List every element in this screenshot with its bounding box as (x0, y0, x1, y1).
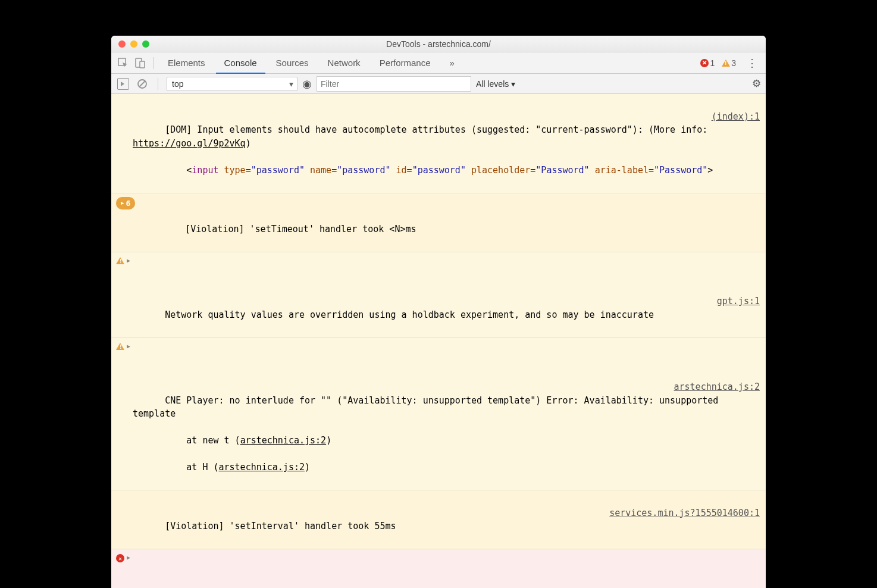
tab-network[interactable]: Network (320, 52, 369, 74)
sidebar-toggle-icon[interactable] (116, 77, 130, 91)
filter-input[interactable] (317, 76, 471, 92)
console-msg[interactable]: ▶ arstechnica.js:2 CNE Player: no interl… (111, 338, 766, 491)
expand-icon[interactable]: ▶ (127, 553, 130, 562)
console-msg[interactable]: 6 [Violation] 'setTimeout' handler took … (111, 193, 766, 252)
tab-performance[interactable]: Performance (371, 52, 439, 74)
titlebar: DevTools - arstechnica.com/ (111, 36, 766, 52)
window-title: DevTools - arstechnica.com/ (111, 39, 766, 49)
warning-icon (116, 257, 124, 264)
expand-icon[interactable]: ▶ (127, 256, 130, 265)
console-messages: (index):1 [DOM] Input elements should ha… (111, 94, 766, 588)
expand-icon[interactable]: ▶ (127, 342, 130, 351)
repeat-badge[interactable]: 6 (116, 197, 135, 210)
warning-icon (116, 343, 124, 350)
error-icon: ✕ (700, 59, 709, 67)
tab-overflow[interactable]: » (441, 52, 463, 74)
svg-line-4 (139, 81, 145, 87)
console-msg[interactable]: ✕ ▶ htw-condenast.js:1 GET https://mid.r… (111, 549, 766, 588)
source-link[interactable]: gpt.js:1 (717, 295, 760, 308)
live-expression-icon[interactable]: ◉ (302, 77, 312, 90)
tab-sources[interactable]: Sources (268, 52, 317, 74)
console-toolbar: top ◉ All levels ▾ ⚙ (111, 74, 766, 94)
context-select[interactable]: top (167, 77, 297, 91)
svg-rect-2 (140, 61, 145, 68)
console-msg[interactable]: services.min.js?1555014600:1 [Violation]… (111, 490, 766, 549)
info-link[interactable]: https://goo.gl/9p2vKq (133, 138, 246, 149)
error-icon: ✕ (116, 554, 124, 562)
error-count[interactable]: ✕1 (700, 58, 715, 68)
device-icon[interactable] (133, 56, 147, 70)
settings-icon[interactable]: ⚙ (752, 77, 761, 90)
tab-console[interactable]: Console (216, 52, 265, 74)
levels-select[interactable]: All levels ▾ (476, 79, 515, 89)
warning-count[interactable]: 3 (722, 58, 736, 68)
separator (153, 57, 154, 69)
devtools-window: DevTools - arstechnica.com/ Elements Con… (111, 36, 766, 588)
console-msg[interactable]: ▶ gpt.js:1 Network quality values are ov… (111, 252, 766, 338)
more-menu[interactable]: ⋮ (743, 57, 761, 70)
clear-icon[interactable] (135, 77, 149, 91)
console-msg[interactable]: (index):1 [DOM] Input elements should ha… (111, 94, 766, 193)
source-link[interactable]: arstechnica.js:2 (674, 380, 760, 394)
tab-elements[interactable]: Elements (159, 52, 214, 74)
inspect-icon[interactable] (116, 56, 130, 70)
main-tabbar: Elements Console Sources Network Perform… (111, 52, 766, 74)
source-link[interactable]: (index):1 (712, 110, 760, 124)
source-link[interactable]: services.min.js?1555014600:1 (609, 506, 760, 520)
warning-icon (722, 60, 730, 67)
